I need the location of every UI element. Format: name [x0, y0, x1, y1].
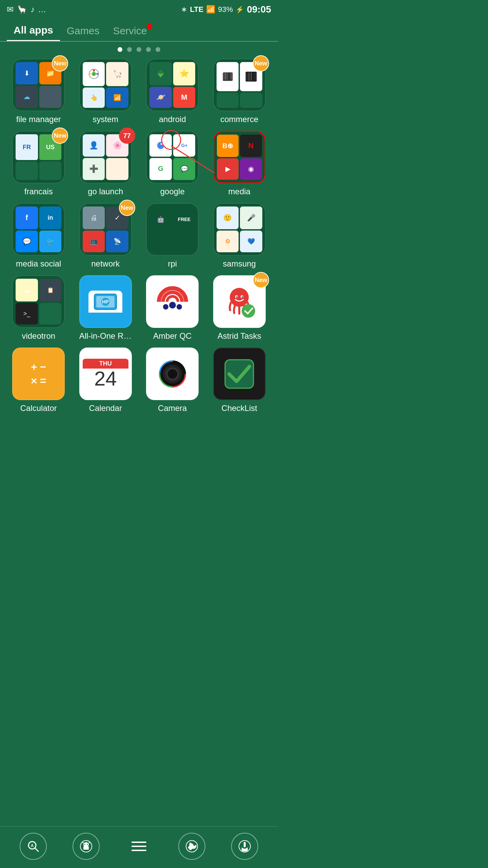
svg-point-2: [93, 70, 95, 72]
svg-text:HP: HP: [102, 299, 109, 304]
samsung-icon: 🙂 🎤 ⚙ 💙: [213, 203, 266, 256]
file-manager-new-badge: New: [52, 55, 68, 72]
calendar-icon: THU 24: [79, 348, 132, 400]
app-commerce[interactable]: New commerce: [208, 59, 271, 124]
francais-label: francais: [24, 187, 53, 196]
svg-rect-64: [244, 842, 246, 847]
page-dot-3[interactable]: [137, 47, 141, 52]
status-right-icons: ∗ LTE 📶 93% ⚡ 09:05: [181, 4, 271, 15]
android-icon: ⭐ 🪐 M: [146, 59, 199, 111]
all-in-one-icon: HP: [79, 275, 132, 328]
media-social-icon: f in 💬 🐦: [12, 203, 65, 256]
svg-point-58: [87, 844, 88, 845]
app-network[interactable]: New 🖨 ✓ 📺 📡 network: [74, 203, 138, 269]
time-display: 09:05: [247, 4, 271, 15]
calculator-icon: + − × =: [12, 348, 65, 400]
amber-qc-label: Amber QC: [153, 331, 191, 341]
charging-icon: ⚡: [236, 5, 244, 14]
calculator-label: Calculator: [20, 403, 57, 413]
bottom-nav: A: [0, 826, 278, 868]
app-samsung[interactable]: 🙂 🎤 ⚙ 💙 samsung: [208, 203, 271, 269]
camera-icon: [146, 348, 199, 400]
svg-point-31: [169, 302, 176, 309]
svg-point-44: [168, 369, 177, 379]
app-media[interactable]: B⊕ N ▶ ◉ media: [208, 131, 271, 196]
svg-point-32: [177, 304, 182, 310]
videotron-icon: ☁ 📋 >_: [12, 275, 65, 328]
system-icon: 🦙 👆 📶: [79, 59, 132, 111]
app-go-launch[interactable]: 77 👤 🌸 ➕ go launch: [74, 131, 138, 196]
app-camera[interactable]: Camera: [141, 348, 204, 413]
svg-rect-18: [252, 72, 254, 81]
svg-rect-12: [231, 73, 231, 80]
francais-new-badge: New: [52, 127, 68, 144]
tab-games[interactable]: Games: [60, 22, 106, 41]
tab-service[interactable]: Service: [106, 22, 154, 41]
svg-rect-15: [248, 72, 249, 81]
app-media-social[interactable]: f in 💬 🐦 media social: [7, 203, 70, 269]
tools-button[interactable]: [178, 833, 205, 860]
all-in-one-label: All-in-One Rem…: [79, 331, 132, 341]
clean-button[interactable]: [231, 833, 258, 860]
app-astrid-tasks[interactable]: New: [208, 275, 271, 341]
svg-point-4: [89, 73, 92, 75]
svg-point-1: [92, 72, 96, 76]
app-rpi[interactable]: 🤖 FREE rpi: [141, 203, 204, 269]
page-dot-1[interactable]: [118, 47, 122, 52]
svg-rect-19: [255, 72, 256, 81]
svg-line-60: [89, 842, 90, 843]
svg-point-34: [230, 288, 249, 307]
page-dot-4[interactable]: [146, 47, 151, 52]
bluetooth-icon: ∗: [181, 5, 187, 14]
app-android[interactable]: ⭐ 🪐 M android: [141, 59, 204, 124]
status-bar: ✉ 🦙 ♪ … ∗ LTE 📶 93% ⚡ 09:05: [0, 0, 278, 18]
signal-icon: 📶: [206, 5, 215, 14]
file-manager-label: file manager: [16, 115, 61, 124]
app-videotron[interactable]: ☁ 📋 >_ videotron: [7, 275, 70, 341]
svg-point-30: [163, 304, 168, 310]
videotron-label: videotron: [22, 331, 55, 341]
calendar-label: Calendar: [89, 403, 122, 413]
app-amber-qc[interactable]: Amber QC: [141, 275, 204, 341]
app-checklist[interactable]: CheckList: [208, 348, 271, 413]
checklist-icon: [213, 348, 266, 400]
tab-all-apps[interactable]: All apps: [7, 21, 60, 41]
email-icon: ✉: [7, 5, 14, 14]
app-system[interactable]: 🦙 👆 📶 system: [74, 59, 138, 124]
app-google[interactable]: G+ G 💬 google: [141, 131, 204, 196]
battery-label: 93%: [218, 5, 233, 14]
svg-line-53: [35, 848, 38, 851]
google-icon: G+ G 💬: [146, 131, 199, 183]
svg-marker-6: [157, 70, 164, 74]
hamburger-line-2: [131, 846, 146, 847]
llama-icon: 🦙: [17, 5, 27, 14]
app-all-in-one[interactable]: HP All-in-One Rem…: [74, 275, 138, 341]
menu-button[interactable]: [125, 833, 152, 860]
svg-rect-9: [225, 73, 226, 80]
svg-point-37: [236, 296, 238, 298]
network-label: network: [91, 259, 120, 269]
rpi-icon: 🤖 FREE: [146, 203, 199, 256]
svg-rect-61: [83, 846, 89, 850]
svg-rect-16: [249, 72, 251, 81]
android-nav-button[interactable]: [73, 833, 100, 860]
svg-point-39: [242, 304, 255, 318]
astrid-tasks-new-badge: New: [253, 272, 269, 288]
commerce-new-badge: New: [253, 55, 269, 72]
app-francais[interactable]: New FR US francais: [7, 131, 70, 196]
app-calendar[interactable]: THU 24 Calendar: [74, 348, 138, 413]
tabs-bar: All apps Games Service: [0, 18, 278, 41]
lte-label: LTE: [190, 5, 203, 14]
amber-qc-icon: [146, 275, 199, 328]
samsung-label: samsung: [223, 259, 256, 269]
page-dot-2[interactable]: [127, 47, 132, 52]
app-grid: New ⬇ 📁 ☁ file manager 🦙: [0, 55, 278, 454]
app-calculator[interactable]: + − × = Calculator: [7, 348, 70, 413]
app-file-manager[interactable]: New ⬇ 📁 ☁ file manager: [7, 59, 70, 124]
search-button[interactable]: A: [20, 833, 47, 860]
page-dot-5[interactable]: [156, 47, 160, 52]
media-social-label: media social: [16, 259, 61, 269]
svg-rect-14: [246, 72, 248, 81]
svg-text:A: A: [31, 843, 34, 848]
music-icon: ♪: [30, 5, 35, 14]
